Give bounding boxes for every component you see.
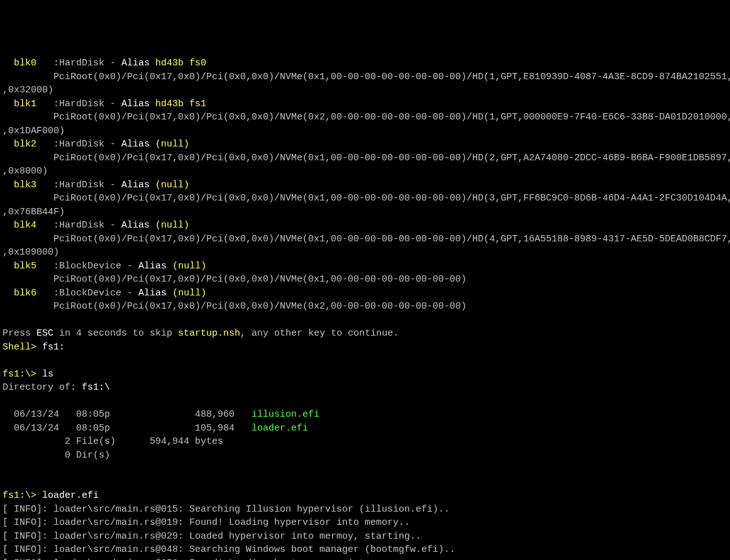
blk-colon: : [53,139,59,150]
pad [36,58,53,69]
summary-dirs: 0 Dir(s) [3,450,110,461]
blk-id: blk1 [14,99,36,109]
pad [36,139,53,150]
blk-dash: - [104,58,121,69]
blk-dash: - [104,220,121,231]
blk-type: BlockDevice [59,288,121,299]
file-row: 06/13/24 08:05p 488,960 [3,409,252,420]
log-line: [ INFO]: loader\src/main.rs@019: Found! … [3,517,410,528]
log-line: [ INFO]: loader\src/main.rs@048: Searchi… [3,544,455,555]
pad [36,99,53,109]
pad [3,261,14,272]
log-line: [ INFO]: loader\src/main.rs@015: Searchi… [3,504,450,515]
pad [3,288,14,299]
device-path: PciRoot(0x0)/Pci(0x17,0x0)/Pci(0x0,0x0)/… [3,153,730,163]
alias-label: Alias [121,139,155,150]
blk-id: blk0 [14,58,36,69]
startup-end: , any other key to continue. [240,328,399,339]
blk-id: blk6 [14,288,36,299]
blk-type: HardDisk [59,58,104,69]
blk-type: HardDisk [59,99,104,109]
blk-colon: : [53,261,59,272]
pad [3,99,14,109]
pad [3,58,14,69]
blk-dash: - [121,288,138,299]
alias-value: hd43b fs0 [155,58,206,69]
shell-cmd: fs1: [42,342,65,353]
device-path: ,0x8000) [3,166,48,177]
blk-colon: : [53,288,59,299]
device-path: PciRoot(0x0)/Pci(0x17,0x0)/Pci(0x0,0x0)/… [3,193,730,204]
blk-id: blk5 [14,261,36,272]
blk-type: BlockDevice [59,261,121,272]
file-row: 06/13/24 08:05p 105,984 [3,423,252,434]
blk-colon: : [53,58,59,69]
pad [36,180,53,190]
file-name: illusion.efi [252,409,319,420]
blk-id: blk4 [14,220,36,231]
device-path: ,0x1DAF000) [3,126,65,136]
alias-value: (null) [172,261,206,272]
blk-dash: - [121,261,138,272]
startup-press: Press [3,328,36,339]
blk-type: HardDisk [59,220,104,231]
blk-colon: : [53,180,59,190]
alias-label: Alias [121,58,155,69]
pad [3,139,14,150]
log-line: [ INFO]: loader\src/main.rs@052: Found! … [3,558,421,561]
alias-label: Alias [121,220,155,231]
fs-prompt: fs1:\> [3,369,42,380]
blk-colon: : [53,220,59,231]
device-path: PciRoot(0x0)/Pci(0x17,0x0)/Pci(0x0,0x0)/… [3,234,730,244]
blk-id: blk3 [14,180,36,190]
alias-label: Alias [121,180,155,190]
device-path: PciRoot(0x0)/Pci(0x17,0x0)/Pci(0x0,0x0)/… [3,72,730,82]
device-path: ,0x109000) [3,247,59,258]
ls-cmd: ls [42,369,53,380]
terminal-output[interactable]: blk0 :HardDisk - Alias hd43b fs0 PciRoot… [3,57,727,560]
pad [36,220,53,231]
blk-dash: - [104,180,121,190]
dir-path: fs1:\ [82,382,110,393]
blk-type: HardDisk [59,180,104,190]
blk-dash: - [104,99,121,109]
shell-prompt: Shell> [3,342,42,353]
alias-value: (null) [155,180,189,190]
log-line: [ INFO]: loader\src/main.rs@029: Loaded … [3,531,421,542]
pad [3,180,14,190]
dir-of: Directory of: [3,382,82,393]
startup-file: startup.nsh [178,328,240,339]
device-path: PciRoot(0x0)/Pci(0x17,0x0)/Pci(0x0,0x0)/… [3,301,467,312]
pad [36,261,53,272]
alias-value: (null) [155,139,189,150]
alias-value: (null) [172,288,206,299]
device-path: ,0x32000) [3,85,53,96]
summary-files: 2 File(s) 594,944 bytes [3,436,223,447]
device-path: ,0x76BB44F) [3,207,65,217]
startup-mid: in 4 seconds to skip [53,328,178,339]
pad [36,288,53,299]
alias-label: Alias [138,261,172,272]
blk-id: blk2 [14,139,36,150]
pad [3,220,14,231]
blk-colon: : [53,99,59,109]
alias-value: (null) [155,220,189,231]
fs-prompt: fs1:\> [3,490,42,501]
esc-key: ESC [36,328,53,339]
device-path: PciRoot(0x0)/Pci(0x17,0x0)/Pci(0x0,0x0)/… [3,112,730,123]
file-name: loader.efi [252,423,308,434]
alias-label: Alias [121,99,155,109]
alias-value: hd43b fs1 [155,99,206,109]
device-path: PciRoot(0x0)/Pci(0x17,0x0)/Pci(0x0,0x0)/… [3,274,467,285]
run-cmd: loader.efi [42,490,99,501]
alias-label: Alias [138,288,172,299]
blk-dash: - [104,139,121,150]
blk-type: HardDisk [59,139,104,150]
